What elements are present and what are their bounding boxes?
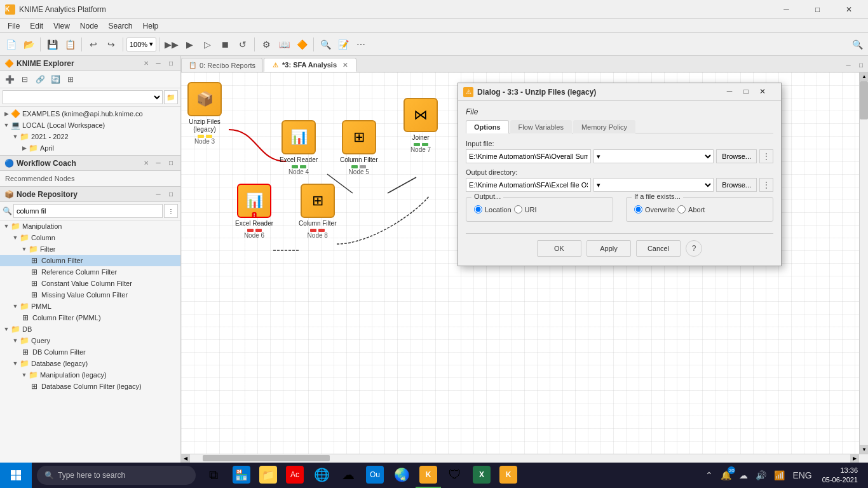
canvas-node-5[interactable]: ⊞ Column Filter Node 5 — [340, 120, 377, 175]
explorer-link-btn[interactable]: 🔗 — [33, 72, 47, 86]
taskbar-app-store[interactable]: 🏪 — [229, 463, 254, 488]
dialog-input-file-input[interactable] — [466, 149, 591, 163]
tree-column-filter[interactable]: ⊞ Column Filter — [0, 255, 180, 266]
tree-item-2021[interactable]: ▼ 📁 2021 - 2022 — [0, 131, 180, 142]
dialog-close-btn[interactable]: ✕ — [754, 83, 771, 100]
knime-button[interactable]: 🔶 — [294, 36, 310, 53]
explorer-minimize-btn[interactable]: ─ — [153, 58, 164, 69]
vscroll-track[interactable] — [860, 81, 868, 445]
task-view-btn[interactable]: ⧉ — [201, 463, 226, 488]
language-label[interactable]: ENG — [790, 468, 814, 483]
dialog-output-location-radio[interactable] — [474, 205, 482, 214]
node-8-box[interactable]: ⊞ — [301, 184, 335, 218]
tab-close-sfa[interactable]: ✕ — [341, 60, 349, 69]
explorer-detach-btn[interactable]: □ — [165, 58, 177, 69]
dialog-input-action-btn[interactable]: ⋮ — [759, 149, 773, 163]
explorer-filter-btn[interactable]: ⊞ — [64, 72, 78, 86]
taskbar-app-onedrive[interactable]: ☁ — [336, 463, 361, 488]
explorer-new-btn[interactable]: ➕ — [3, 72, 17, 86]
dialog-minimize-btn[interactable]: ─ — [721, 83, 738, 100]
taskbar-app-browser[interactable]: 🌏 — [389, 463, 414, 488]
canvas-node-6[interactable]: 📊 ! Excel Reader Node 6 — [235, 184, 273, 239]
dialog-apply-btn[interactable]: Apply — [587, 240, 631, 257]
taskbar-app-acrobat[interactable]: Ac — [282, 463, 308, 488]
canvas-node-4[interactable]: 📊 Excel Reader Node 4 — [280, 120, 318, 175]
tree-database-legacy[interactable]: ▼ 📁 Database (legacy) — [0, 358, 180, 369]
minimize-button[interactable]: ─ — [772, 0, 801, 19]
hscroll-right-btn[interactable]: ▶ — [850, 454, 859, 463]
coach-minimize-btn[interactable]: ─ — [153, 158, 164, 169]
open-button[interactable]: 📂 — [20, 36, 37, 53]
menu-search[interactable]: Search — [104, 20, 138, 32]
tree-query[interactable]: ▼ 📁 Query — [0, 335, 180, 346]
network-icon[interactable]: 📶 — [771, 468, 787, 483]
repo-detach-btn[interactable]: □ — [165, 189, 177, 200]
tree-arrow-pmml[interactable]: ▼ — [11, 302, 19, 310]
coach-detach-btn[interactable]: □ — [165, 158, 177, 169]
tree-pmml-column-filter[interactable]: ⊞ Column Filter (PMML) — [0, 312, 180, 323]
explorer-path-dropdown[interactable] — [3, 90, 163, 104]
canvas-hscroll[interactable]: ◀ ▶ — [181, 454, 868, 463]
dialog-input-file-dropdown[interactable]: ▾ — [593, 149, 714, 163]
hscroll-left-btn[interactable]: ◀ — [181, 454, 190, 463]
more-button[interactable]: ⋯ — [353, 36, 369, 53]
tab-minimize-btn[interactable]: ─ — [843, 59, 854, 71]
node-5-box[interactable]: ⊞ — [342, 120, 376, 154]
canvas-node-3[interactable]: 📦 Unzip Files(legacy) Node 3 — [187, 82, 222, 145]
tree-arrow-column[interactable]: ▼ — [11, 234, 19, 241]
dialog-tab-flow-variables[interactable]: Flow Variables — [510, 120, 572, 133]
cloud-icon[interactable]: ☁ — [736, 468, 750, 483]
dialog-output-location-label[interactable]: Location — [485, 206, 512, 214]
dialog-output-uri-radio[interactable] — [514, 205, 522, 214]
node-7-box[interactable]: ⋈ — [403, 98, 438, 132]
repo-search-input[interactable] — [13, 204, 163, 218]
dialog-ok-btn[interactable]: OK — [537, 240, 581, 257]
dialog-abort-label[interactable]: Abort — [688, 206, 705, 214]
taskbar-search[interactable]: 🔍 Type here to search — [37, 466, 196, 485]
tree-item-examples[interactable]: ▶ 🔶 EXAMPLES (knime@api.hub.knime.co — [0, 108, 180, 119]
tree-arrow-manipulation-legacy[interactable]: ▼ — [20, 371, 28, 379]
repo-search-more-btn[interactable]: ⋮ — [164, 204, 178, 218]
vscroll-thumb[interactable] — [860, 81, 868, 119]
tree-missing-column-filter[interactable]: ⊞ Missing Value Column Filter — [0, 289, 180, 301]
reset-button[interactable]: ↺ — [234, 36, 251, 53]
tree-arrow-db[interactable]: ▼ — [3, 325, 10, 333]
tree-const-column-filter[interactable]: ⊞ Constant Value Column Filter — [0, 278, 180, 289]
save-as-button[interactable]: 📋 — [62, 36, 78, 53]
find-button[interactable]: 🔍 — [317, 36, 334, 53]
tree-arrow-manipulation[interactable]: ▼ — [3, 222, 10, 230]
tree-item-local[interactable]: ▼ 💻 LOCAL (Local Workspace) — [0, 119, 180, 131]
tree-manipulation-legacy[interactable]: ▼ 📁 Manipulation (legacy) — [0, 369, 180, 381]
canvas-vscroll[interactable]: ▲ ▼ — [859, 72, 868, 454]
menu-node[interactable]: Node — [75, 20, 104, 32]
new-workflow-button[interactable]: 📄 — [3, 36, 19, 53]
tree-db-column-filter[interactable]: ⊞ DB Column Filter — [0, 346, 180, 358]
taskbar-app-antivirus[interactable]: 🛡 — [442, 463, 468, 488]
tree-db-column-filter-legacy[interactable]: ⊞ Database Column Filter (legacy) — [0, 381, 180, 392]
tree-item-april[interactable]: ▶ 📁 April — [0, 142, 180, 154]
node-description-button[interactable]: 📖 — [276, 36, 292, 53]
undo-button[interactable]: ↩ — [85, 36, 102, 53]
tree-arrow-examples[interactable]: ▶ — [3, 110, 10, 118]
node-6-box[interactable]: 📊 ! — [237, 184, 271, 218]
execute-selected-button[interactable]: ▷ — [199, 36, 215, 53]
dialog-help-btn[interactable]: ? — [686, 240, 702, 257]
dialog-cancel-btn[interactable]: Cancel — [636, 240, 681, 257]
menu-edit[interactable]: Edit — [25, 20, 48, 32]
maximize-button[interactable]: □ — [803, 0, 832, 19]
repo-minimize-btn[interactable]: ─ — [153, 189, 164, 200]
tree-column[interactable]: ▼ 📁 Column — [0, 232, 180, 243]
dialog-input-browse-btn[interactable]: Browse... — [716, 149, 757, 163]
dialog-overwrite-radio[interactable] — [634, 205, 642, 214]
close-button[interactable]: ✕ — [834, 0, 863, 19]
taskbar-app-yellow[interactable]: K — [496, 463, 521, 488]
explorer-refresh-btn[interactable]: 🔄 — [48, 72, 62, 86]
annotation-button[interactable]: 📝 — [335, 36, 351, 53]
tab-sfa[interactable]: ⚠ *3: SFA Analysis ✕ — [264, 58, 356, 72]
execute-all-button[interactable]: ▶▶ — [163, 36, 180, 53]
node-4-box[interactable]: 📊 — [281, 120, 316, 154]
explorer-collapse-btn[interactable]: ⊟ — [18, 72, 32, 86]
explorer-path-action-btn[interactable]: 📁 — [164, 90, 178, 104]
taskbar-app-outlook[interactable]: Ou — [362, 463, 388, 488]
menu-file[interactable]: File — [3, 20, 25, 32]
